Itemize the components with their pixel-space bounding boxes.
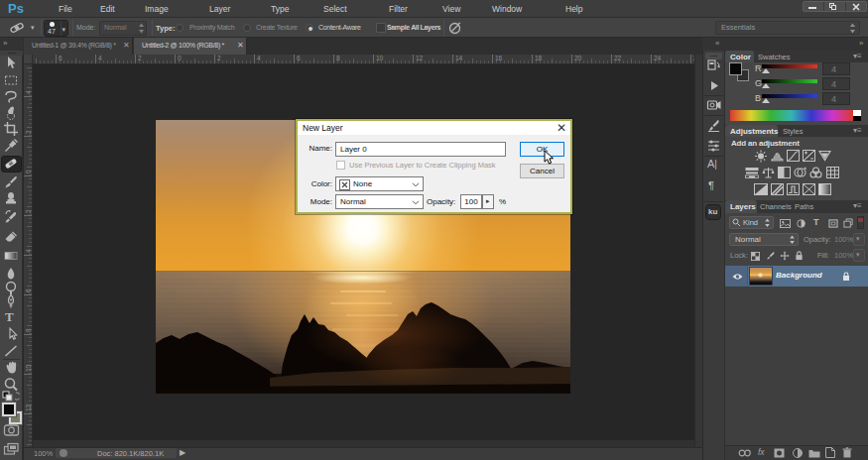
svg-text:4: 4	[25, 90, 32, 94]
svg-text:12: 12	[25, 403, 32, 411]
svg-text:0: 0	[25, 170, 32, 173]
svg-text:6: 6	[25, 288, 32, 292]
svg-text:10: 10	[25, 364, 32, 372]
svg-text:4: 4	[25, 249, 32, 253]
svg-text:2: 2	[25, 209, 32, 213]
svg-text:8: 8	[25, 328, 32, 332]
svg-text:2: 2	[25, 130, 32, 134]
